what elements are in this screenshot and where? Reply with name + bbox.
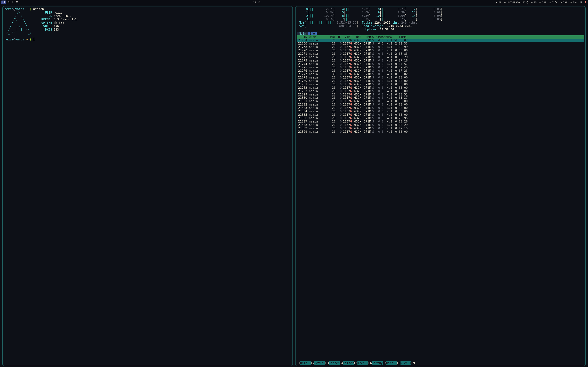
afetch-key: OS — [33, 14, 54, 18]
afetch-val: zsh — [54, 25, 59, 28]
svg-point-0 — [8, 1, 9, 3]
fkey[interactable]: F8 — [397, 361, 400, 365]
process-row[interactable]: 21781 nezia 2001137G632M171MS0.04.10:00.… — [297, 83, 584, 86]
process-row[interactable]: 21806 nezia 2001137G632M171MS0.04.10:20.… — [297, 117, 584, 120]
svg-point-2 — [561, 2, 562, 3]
fkey[interactable]: F7 — [383, 361, 386, 365]
process-row[interactable]: 21780 nezia 2001137G632M171MS0.04.10:00.… — [297, 79, 584, 83]
afetch-val: 4h 58m — [54, 21, 64, 25]
fkey[interactable]: F2 — [311, 361, 314, 365]
fkey[interactable]: F3 — [325, 361, 329, 365]
process-row[interactable]: 21773 nezia 2001137G632M171MS0.04.10:07.… — [297, 59, 584, 62]
process-row[interactable]: 21802 nezia 2001137G632M171MS0.04.10:00.… — [297, 103, 584, 106]
afetch-key: PKGS — [33, 28, 54, 31]
svg-rect-1 — [531, 2, 533, 3]
accessibility-icon[interactable] — [579, 1, 582, 4]
svg-rect-3 — [570, 2, 572, 3]
process-row[interactable]: 21772 nezia 2001137G632M171MS0.04.10:00.… — [297, 56, 584, 59]
afetch-val: 883 — [54, 28, 59, 31]
command-text: afetch — [33, 7, 44, 11]
process-table-header[interactable]: PID USER PRINIVIRTRESSHRSCPU%MEM%▽TIME+ — [297, 35, 584, 39]
process-row[interactable]: 21783 nezia 2001137G632M171MS0.04.10:00.… — [297, 90, 584, 93]
shell-prompt-idle[interactable]: nezia@vamos ~ $ — [4, 38, 291, 41]
process-row[interactable]: 21778 nezia 2001137G632M171MS0.04.10:00.… — [297, 76, 584, 79]
clock: 14:16 — [18, 1, 495, 4]
process-row[interactable]: 21803 nezia 2001137G632M171MS0.04.10:00.… — [297, 106, 584, 110]
afetch-key: USER — [33, 11, 54, 14]
memory-indicator[interactable]: 32% — [539, 1, 546, 4]
process-row[interactable]: 21807 nezia 2001137G632M171MS0.04.10:00.… — [297, 120, 584, 123]
discord-icon[interactable] — [584, 1, 587, 4]
wifi-indicator[interactable]: UPC59F3A0 (82%) — [504, 1, 528, 4]
htop-meters: 0[|| 2.0%] 4[|| 5.3%] 8[| 0.7%] 12[ 0.0%… — [297, 8, 584, 31]
fkey[interactable]: F1 — [297, 361, 300, 365]
process-row[interactable]: 21800 nezia 2001137G632M171MS0.04.10:01.… — [297, 96, 584, 100]
afetch-output: /\ / \ /\ \ / \ / ,, \ / | | -\ /_-'' ''… — [4, 11, 291, 35]
afetch-key: UPTIME — [33, 21, 54, 25]
fkey[interactable]: F4 — [340, 361, 343, 365]
afetch-val: nezia — [54, 11, 63, 14]
fkey[interactable]: F6 — [368, 361, 372, 365]
svg-point-6 — [580, 1, 581, 2]
process-row[interactable]: 21805 nezia 2001137G632M171MS0.04.10:00.… — [297, 113, 584, 117]
temperature-indicator[interactable]: 52°C — [549, 1, 558, 4]
htop-tabs: MainI/O — [297, 32, 584, 35]
volume-indicator[interactable]: 0% — [495, 1, 502, 4]
afetch-val: 6.3.5-arch1-1 — [54, 18, 77, 21]
process-row[interactable]: 21808 nezia 2001137G632M171MS0.04.10:00.… — [297, 123, 584, 127]
battery-indicator[interactable]: 39% — [570, 1, 577, 4]
process-row[interactable]: 21771 nezia 2001137G632M171MS0.04.12:08.… — [297, 52, 584, 56]
workspace-terminal-icon[interactable] — [1, 0, 6, 4]
process-row[interactable]: 21777 nezia 30101137G632M171MS0.04.10:00… — [297, 73, 584, 76]
process-row[interactable]: 21809 nezia 2001137G632M171MS0.04.10:17.… — [297, 127, 584, 130]
terminal-pane-left[interactable]: nezia@vamos ~ $ afetch /\ / \ /\ \ / \ /… — [2, 6, 293, 366]
tab-io[interactable]: I/O — [308, 32, 317, 35]
process-row[interactable]: 21801 nezia 2001137G632M171MS0.04.10:00.… — [297, 100, 584, 103]
cpu-indicator[interactable]: 1% — [531, 1, 537, 4]
workspace-circle-icon[interactable] — [8, 1, 10, 4]
fkey[interactable]: F9 — [411, 361, 415, 365]
process-row[interactable]: 21829 nezia 2001137G632M171MS0.04.10:00.… — [297, 130, 584, 133]
process-row[interactable]: 21770 nezia 2001137G632M171MS0.04.10:00.… — [297, 49, 584, 52]
tab-main[interactable]: Main — [297, 32, 308, 35]
process-row[interactable]: 21764 nezia 2001137G632M171MS4.64.124:06… — [297, 39, 584, 42]
process-row[interactable]: 21804 nezia 2001137G632M171MS0.04.10:00.… — [297, 110, 584, 113]
afetch-val: Arch Linux — [54, 14, 71, 18]
terminal-pane-right[interactable]: 0[|| 2.0%] 4[|| 5.3%] 8[| 0.7%] 12[ 0.0%… — [295, 6, 586, 366]
afetch-key: KERNEL — [33, 18, 54, 21]
process-row[interactable]: 21799 nezia 2001137G632M171MS0.04.10:10.… — [297, 93, 584, 96]
afetch-info: USERneziaOSArch LinuxKERNEL6.3.5-arch1-1… — [33, 11, 77, 35]
workspace-code-icon[interactable] — [12, 1, 14, 4]
status-bar: 14:16 0% UPC59F3A0 (82%) 1% 32% 52°C 53% — [0, 0, 588, 5]
fkey[interactable]: F5 — [354, 361, 357, 365]
process-row[interactable]: 21774 nezia 2001137G632M171MS0.04.10:07.… — [297, 62, 584, 66]
cursor-icon — [33, 38, 35, 41]
process-row[interactable]: 21782 nezia 2001137G632M171MS0.04.10:00.… — [297, 86, 584, 90]
process-row[interactable]: 21768 nezia 2001137G632M171MS0.04.11:02.… — [297, 45, 584, 49]
shell-prompt-line: nezia@vamos ~ $ afetch — [4, 8, 291, 11]
process-row[interactable]: 21775 nezia 2001137G632M171MS0.04.10:07.… — [297, 66, 584, 69]
process-row[interactable]: 21766 nezia 2001137G632M171MS0.74.12:02.… — [297, 42, 584, 45]
afetch-key: SHELL — [33, 25, 54, 28]
htop-function-keys[interactable]: F1Help F2Setup F3SearchF4FilterF5Tree F6… — [297, 362, 584, 365]
workspace-chat-icon[interactable] — [16, 1, 18, 4]
process-row[interactable]: 21776 nezia 2001137G632M171MS0.04.10:07.… — [297, 69, 584, 73]
brightness-indicator[interactable]: 53% — [560, 1, 567, 4]
ascii-logo: /\ / \ /\ \ / \ / ,, \ / | | -\ /_-'' ''… — [4, 11, 33, 35]
process-table-body[interactable]: 21764 nezia 2001137G632M171MS4.64.124:06… — [297, 39, 584, 133]
